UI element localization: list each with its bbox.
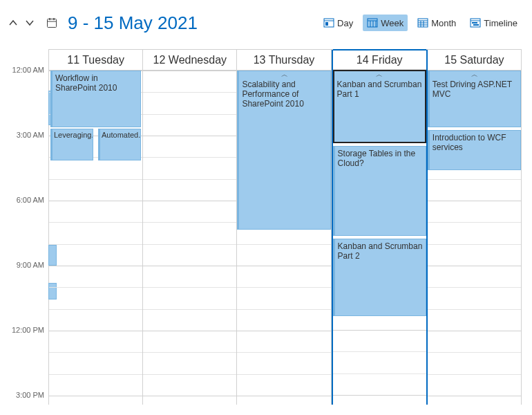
chevron-up-icon: ︿ bbox=[430, 72, 520, 77]
time-gutter: 12:00 AM3:00 AM6:00 AM9:00 AM12:00 PM3:0… bbox=[7, 49, 48, 405]
view-switcher: Day Week Month Timeline bbox=[319, 15, 522, 31]
event-title: Leveraging... bbox=[54, 131, 93, 139]
event-title: Workflow in SharePoint 2010 bbox=[55, 73, 117, 93]
event-storage[interactable]: Storage Tables in the Cloud? bbox=[333, 146, 426, 236]
event-scalability[interactable]: ︿ Scalability and Performance of SharePo… bbox=[237, 71, 330, 230]
view-week[interactable]: Week bbox=[363, 15, 408, 31]
day-col-wednesday: 12 Wednesday bbox=[143, 50, 237, 405]
days-grid: 11 Tuesday Workflow in SharePoint 2010 L… bbox=[48, 49, 522, 405]
event-title: Scalability and Performance of SharePoin… bbox=[242, 80, 303, 109]
time-label: 3:00 AM bbox=[17, 131, 44, 139]
event-leveraging[interactable]: Leveraging... bbox=[50, 129, 93, 160]
view-timeline[interactable]: Timeline bbox=[466, 15, 522, 31]
event-kanban2[interactable]: Kanban and Scrumban Part 2 bbox=[333, 239, 426, 316]
view-week-label: Week bbox=[381, 18, 403, 28]
view-day-label: Day bbox=[337, 18, 353, 28]
svg-rect-6 bbox=[325, 22, 328, 26]
event-title: Automated... bbox=[102, 131, 141, 139]
day-col-thursday: 13 Thursday ︿ Scalability and Performanc… bbox=[237, 50, 331, 405]
svg-rect-0 bbox=[48, 19, 57, 28]
day-header[interactable]: 15 Saturday bbox=[428, 50, 521, 71]
view-day[interactable]: Day bbox=[319, 15, 357, 31]
view-month[interactable]: Month bbox=[413, 15, 460, 31]
time-label: 6:00 AM bbox=[17, 196, 44, 204]
event-title: Test Driving ASP.NET MVC bbox=[433, 80, 512, 99]
day-body[interactable] bbox=[143, 71, 236, 405]
time-label: 12:00 AM bbox=[12, 66, 44, 74]
day-body[interactable]: ︿ Test Driving ASP.NET MVC Introduction … bbox=[428, 71, 521, 405]
event-automated[interactable]: Automated... bbox=[98, 129, 141, 160]
date-range-title: 9 - 15 May 2021 bbox=[68, 12, 198, 34]
event-title: Storage Tables in the Cloud? bbox=[338, 149, 416, 168]
svg-rect-20 bbox=[472, 22, 477, 24]
event-title: Kanban and Scrumban Part 2 bbox=[338, 241, 423, 261]
day-col-tuesday: 11 Tuesday Workflow in SharePoint 2010 L… bbox=[49, 50, 143, 405]
day-body[interactable]: ︿ Scalability and Performance of SharePo… bbox=[237, 71, 330, 405]
event-workflow[interactable]: Workflow in SharePoint 2010 bbox=[50, 71, 141, 127]
event-kanban1[interactable]: ︿ Kanban and Scrumban Part 1 bbox=[333, 70, 426, 143]
time-label: 12:00 PM bbox=[12, 326, 44, 334]
view-month-label: Month bbox=[431, 18, 456, 28]
day-col-saturday: 15 Saturday ︿ Test Driving ASP.NET MVC I… bbox=[428, 50, 522, 405]
next-arrow[interactable] bbox=[23, 17, 36, 29]
view-timeline-label: Timeline bbox=[484, 18, 517, 28]
calendar-timeline-icon bbox=[470, 18, 481, 28]
calendar-day-icon bbox=[323, 18, 334, 28]
day-header[interactable]: 12 Wednesday bbox=[143, 50, 236, 71]
event-title: Kanban and Scrumban Part 1 bbox=[337, 80, 422, 99]
event-testdriving[interactable]: ︿ Test Driving ASP.NET MVC bbox=[428, 71, 521, 127]
day-body[interactable]: ︿ Kanban and Scrumban Part 1 Storage Tab… bbox=[333, 70, 426, 405]
calendar-month-icon bbox=[417, 18, 428, 28]
chevron-up-icon: ︿ bbox=[334, 72, 425, 77]
prev-arrow[interactable] bbox=[7, 17, 19, 29]
day-header[interactable]: 14 Friday bbox=[333, 49, 426, 70]
day-body[interactable]: Workflow in SharePoint 2010 Leveraging..… bbox=[49, 71, 142, 405]
event-title: Introduction to WCF services bbox=[433, 133, 506, 152]
calendar-week-icon bbox=[367, 18, 378, 28]
time-label: 9:00 AM bbox=[17, 261, 44, 269]
chevron-up-icon: ︿ bbox=[239, 72, 330, 77]
day-header[interactable]: 13 Thursday bbox=[237, 50, 330, 71]
calendar-icon[interactable] bbox=[46, 17, 58, 29]
event-wcf[interactable]: Introduction to WCF services bbox=[428, 130, 521, 170]
day-header[interactable]: 11 Tuesday bbox=[49, 50, 142, 71]
time-label: 3:00 PM bbox=[16, 391, 44, 399]
day-col-friday: 14 Friday ︿ Kanban and Scrumban Part 1 S… bbox=[332, 50, 428, 405]
svg-rect-21 bbox=[473, 24, 479, 26]
